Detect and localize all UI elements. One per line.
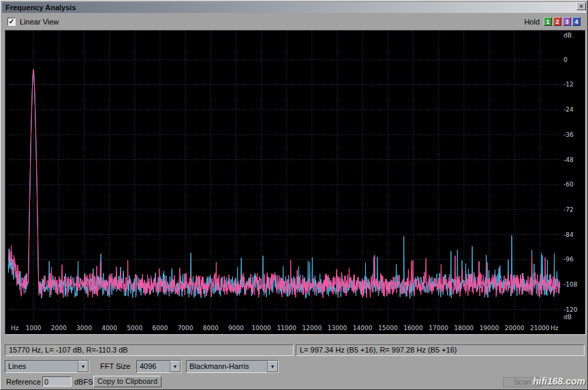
axis-tick-label: 3000 — [70, 325, 97, 331]
spectrum-plot[interactable] — [5, 31, 561, 322]
axis-tick-label: 18000 — [450, 325, 478, 331]
hold-label: Hold — [524, 18, 540, 26]
view-mode-value: Lines — [5, 361, 78, 372]
axis-tick-label: 13000 — [324, 325, 351, 331]
axis-tick-label: 2000 — [45, 325, 72, 331]
axis-tick-label: 11000 — [273, 325, 300, 331]
spectrum-chart: dB0-12-24-36-48-60-72-84-96-108-120dB Hz… — [5, 30, 586, 335]
axis-tick-label: 4000 — [96, 325, 123, 331]
close-icon: ✕ — [579, 3, 584, 10]
axis-tick-label: 1000 — [20, 325, 47, 331]
toolbar: ✓ Linear View Hold 1234 — [2, 14, 586, 29]
title-bar[interactable]: Frequency Analysis — [2, 2, 586, 13]
axis-tick-label: -36 — [563, 131, 574, 138]
fft-size-select[interactable]: 4096 ▼ — [136, 360, 181, 373]
axis-tick-label: 19000 — [476, 325, 503, 331]
hold-button-3[interactable]: 3 — [563, 17, 571, 26]
axis-tick-label: -108 — [563, 281, 577, 288]
axis-tick-label: 9000 — [222, 325, 249, 331]
window-function-select[interactable]: Blackmann-Harris ▼ — [186, 360, 279, 373]
status-peak-frequency: L= 997.34 Hz (B5 +16), R= 997.28 Hz (B5 … — [296, 344, 585, 356]
axis-tick-label: -60 — [563, 181, 574, 188]
axis-tick-label: 14000 — [349, 325, 376, 331]
axis-tick-label: 7000 — [172, 325, 199, 331]
axis-tick-label: 15000 — [374, 325, 401, 331]
axis-tick-label: dB — [563, 314, 572, 321]
axis-tick-label: Hz — [11, 325, 19, 331]
axis-tick-label: -12 — [563, 81, 574, 88]
copy-to-clipboard-button[interactable]: Copy to Clipboard — [93, 376, 161, 387]
axis-tick-label: 12000 — [298, 325, 326, 331]
x-axis: Hz10002000300040005000600070008000900010… — [5, 322, 585, 334]
close-button[interactable]: ✕ — [576, 2, 586, 10]
watermark: hifi168.com — [533, 376, 585, 387]
axis-tick-label: 10000 — [248, 325, 275, 331]
linear-view-label: Linear View — [20, 18, 59, 26]
hold-button-1[interactable]: 1 — [544, 17, 552, 26]
hold-controls: Hold 1234 — [524, 17, 581, 26]
axis-tick-label: 6000 — [146, 325, 174, 331]
reference-input[interactable] — [42, 376, 72, 387]
axis-tick-label: 17000 — [425, 325, 452, 331]
axis-tick-label: -48 — [563, 157, 574, 163]
view-mode-select[interactable]: Lines ▼ — [5, 360, 89, 373]
linear-view-checkbox[interactable]: ✓ — [7, 18, 16, 26]
checkbox-check-icon: ✓ — [9, 18, 14, 25]
hold-button-4[interactable]: 4 — [572, 17, 581, 26]
axis-tick-label: -84 — [563, 231, 574, 238]
chevron-down-icon[interactable]: ▼ — [267, 361, 278, 372]
axis-tick-label: Hz — [551, 325, 559, 331]
reference-unit-label: dBFS — [74, 378, 93, 386]
axis-tick-label: 5000 — [121, 325, 149, 331]
spectrum-trace-right — [8, 71, 560, 299]
chevron-down-icon[interactable]: ▼ — [170, 361, 181, 372]
axis-tick-label: -120 — [563, 306, 577, 313]
axis-tick-label: dB — [563, 32, 572, 39]
axis-tick-label: 0 — [563, 56, 568, 63]
axis-tick-label: 8000 — [197, 325, 224, 331]
axis-tick-label: 20000 — [501, 325, 528, 331]
fft-size-value: 4096 — [137, 361, 170, 372]
axis-tick-label: 16000 — [399, 325, 427, 331]
chevron-down-icon[interactable]: ▼ — [78, 361, 89, 372]
fft-size-label: FFT Size — [100, 362, 130, 370]
y-axis: dB0-12-24-36-48-60-72-84-96-108-120dB — [561, 31, 585, 322]
hold-buttons: 1234 — [544, 17, 581, 26]
window-title: Frequency Analysis — [2, 3, 76, 12]
reference-label: Reference — [6, 378, 41, 386]
window-function-value: Blackmann-Harris — [187, 361, 267, 372]
axis-tick-label: -72 — [563, 206, 574, 213]
axis-tick-label: 21000 — [526, 325, 553, 331]
axis-tick-label: -24 — [563, 106, 574, 113]
axis-tick-label: -96 — [563, 256, 574, 263]
status-cursor-readout: 15770 Hz, L= -107 dB, R=-110.3 dB — [5, 344, 294, 356]
spectrum-trace-left — [8, 69, 560, 298]
hold-button-2[interactable]: 2 — [553, 17, 561, 26]
frequency-analysis-window: Frequency Analysis ✕ ✓ Linear View Hold … — [0, 0, 588, 390]
